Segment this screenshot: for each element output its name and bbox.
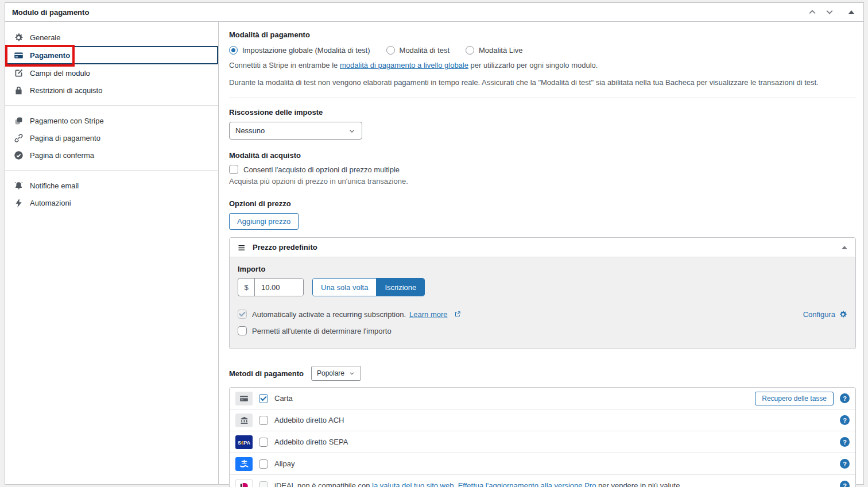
sepa-checkbox[interactable]: [259, 438, 268, 447]
payment-method-label: iDEAL non è compatibile con la valuta de…: [274, 481, 682, 487]
link-icon: [14, 133, 24, 143]
sidebar-item-pagina-di-pagamento[interactable]: Pagina di pagamento: [5, 129, 218, 146]
sidebar-item-restrizioni-di-acquisto[interactable]: Restrizioni di acquisto: [5, 82, 218, 99]
chevron-down-icon: [348, 127, 356, 135]
ideal-checkbox[interactable]: [259, 481, 268, 487]
sidebar-item-automazioni[interactable]: Automazioni: [5, 194, 218, 211]
question-icon[interactable]: ?: [840, 415, 850, 425]
chevron-down-icon: [348, 370, 355, 377]
default-price-panel: Prezzo predefinito Importo $ Una sola vo…: [229, 237, 856, 349]
payment-mode-radio-1[interactable]: Modalità di test: [386, 46, 450, 55]
sidebar-item-label: Pagamento: [30, 51, 70, 60]
sidebar-item-label: Automazioni: [30, 199, 71, 207]
carta-checkbox[interactable]: [259, 394, 268, 403]
sidebar-item-label: Pagina di pagamento: [30, 134, 100, 142]
settings-content: Modalità di pagamento Impostazione globa…: [219, 22, 866, 484]
payment-methods-heading: Metodi di pagamento: [229, 369, 304, 378]
sidebar-divider: [5, 105, 218, 106]
sidebar-item-label: Campi del modulo: [30, 69, 90, 78]
payment-method-row-sepa: S€PAAddebito diretto SEPA?: [230, 431, 855, 453]
question-icon[interactable]: ?: [840, 459, 850, 469]
sidebar-item-pagamento[interactable]: Pagamento: [5, 46, 218, 64]
configure-link[interactable]: Configura: [803, 310, 847, 319]
payment-method-label: Alipay: [274, 459, 294, 468]
price-panel-title: Prezzo predefinito: [253, 243, 317, 252]
lock-icon: [14, 86, 24, 95]
sidebar-item-generale[interactable]: Generale: [5, 29, 218, 46]
question-icon[interactable]: ?: [840, 393, 850, 403]
user-amount-checkbox[interactable]: [238, 326, 247, 335]
description-text: per utilizzarlo per ogni singolo modulo.: [468, 61, 598, 69]
price-panel-header[interactable]: Prezzo predefinito: [230, 238, 855, 257]
subscription-button[interactable]: Iscrizione: [376, 279, 424, 296]
purchase-mode-help: Acquista più opzioni di prezzo in un'uni…: [229, 177, 856, 185]
sidebar-item-label: Pagina di conferma: [30, 151, 94, 160]
inline-link[interactable]: la valuta del tuo sito web: [372, 481, 454, 487]
inline-link[interactable]: Effettua l'aggiornamento alla versione P…: [458, 481, 596, 487]
configure-label: Configura: [803, 310, 835, 319]
description-text: Connettiti a Stripe in entrambe le: [229, 61, 340, 69]
sidebar-item-notifiche-email[interactable]: Notifiche email: [5, 177, 218, 194]
payment-method-label: Carta: [274, 394, 293, 403]
sidebar-item-label: Pagamento con Stripe: [30, 117, 104, 125]
radio-label: Impostazione globale (Modalità di test): [242, 46, 370, 55]
learn-more-link[interactable]: Learn more: [409, 310, 447, 319]
sidebar-item-label: Restrizioni di acquisto: [30, 86, 102, 95]
sidebar-item-pagamento-con-stripe[interactable]: Pagamento con Stripe: [5, 112, 218, 129]
multiple-price-checkbox[interactable]: [229, 165, 238, 174]
panel-collapse-icon[interactable]: [842, 246, 847, 249]
multiple-price-label: Consenti l'acquisto di opzioni di prezzo…: [243, 165, 400, 174]
gear-icon: [839, 310, 847, 319]
ach-checkbox[interactable]: [259, 416, 268, 425]
metabox-header: Modulo di pagamento: [5, 3, 863, 22]
check-circle-icon: [14, 150, 24, 160]
question-icon[interactable]: ?: [840, 481, 850, 487]
gear-icon: [14, 33, 24, 42]
global-payment-mode-link[interactable]: modalità di pagamento a livello globale: [340, 61, 468, 69]
payment-method-row-ach: Addebito diretto ACH?: [230, 409, 855, 431]
auto-subscription-label: Automatically activate a recurring subsc…: [252, 310, 406, 319]
billing-toggle: Una sola volta Iscrizione: [312, 278, 425, 296]
ideal-icon: [235, 479, 253, 487]
alipay-icon: [235, 457, 253, 471]
drag-handle-icon[interactable]: [238, 244, 246, 251]
payment-mode-radio-0[interactable]: Impostazione globale (Modalità di test): [229, 46, 370, 55]
bell-icon: [14, 181, 24, 191]
test-mode-note: Durante la modalità di test non vengono …: [229, 78, 856, 87]
payment-mode-description: Connettiti a Stripe in entrambe le modal…: [229, 61, 856, 69]
payment-method-row-carta: CartaRecupero delle tasse?: [230, 388, 855, 409]
payment-mode-heading: Modalità di pagamento: [229, 30, 856, 39]
move-up-icon[interactable]: [807, 7, 817, 17]
tax-recovery-button[interactable]: Recupero delle tasse: [755, 392, 834, 405]
sidebar-item-pagina-di-conferma[interactable]: Pagina di conferma: [5, 146, 218, 164]
svg-text:S€PA: S€PA: [238, 440, 250, 446]
radio-button[interactable]: [466, 46, 474, 55]
payment-methods-list: CartaRecupero delle tasse?Addebito diret…: [229, 387, 856, 487]
sidebar-item-campi-del-modulo[interactable]: Campi del modulo: [5, 64, 218, 82]
tax-select[interactable]: Nessuno: [229, 122, 362, 140]
methods-filter-value: Popolare: [317, 369, 344, 377]
auto-subscription-checkbox[interactable]: [238, 310, 247, 319]
user-amount-label: Permetti all'utente di determinare l'imp…: [252, 327, 392, 335]
payment-method-label: Addebito diretto ACH: [274, 416, 344, 424]
radio-button[interactable]: [229, 46, 238, 55]
purchase-mode-heading: Modalità di acquisto: [229, 151, 856, 160]
alipay-checkbox[interactable]: [259, 459, 268, 469]
add-price-button[interactable]: Aggiungi prezzo: [229, 213, 299, 230]
credit-card-icon: [14, 51, 24, 60]
amount-input[interactable]: [255, 279, 303, 296]
methods-filter-select[interactable]: Popolare: [311, 366, 361, 381]
radio-label: Modalità di test: [400, 46, 450, 55]
payment-mode-radio-2[interactable]: Modalità Live: [466, 46, 523, 55]
move-down-icon[interactable]: [824, 7, 835, 17]
question-icon[interactable]: ?: [840, 437, 850, 447]
collapse-toggle-icon[interactable]: [846, 7, 857, 17]
payment-form-metabox: Modulo di pagamento GeneralePagamentoCam…: [5, 2, 864, 485]
sidebar-item-label: Notifiche email: [30, 181, 79, 190]
one-time-button[interactable]: Una sola volta: [313, 279, 376, 296]
price-options-heading: Opzioni di prezzo: [229, 199, 856, 208]
payment-method-label: Addebito diretto SEPA: [274, 438, 348, 446]
radio-button[interactable]: [386, 46, 395, 55]
divider: [229, 98, 856, 98]
bolt-icon: [14, 198, 24, 208]
